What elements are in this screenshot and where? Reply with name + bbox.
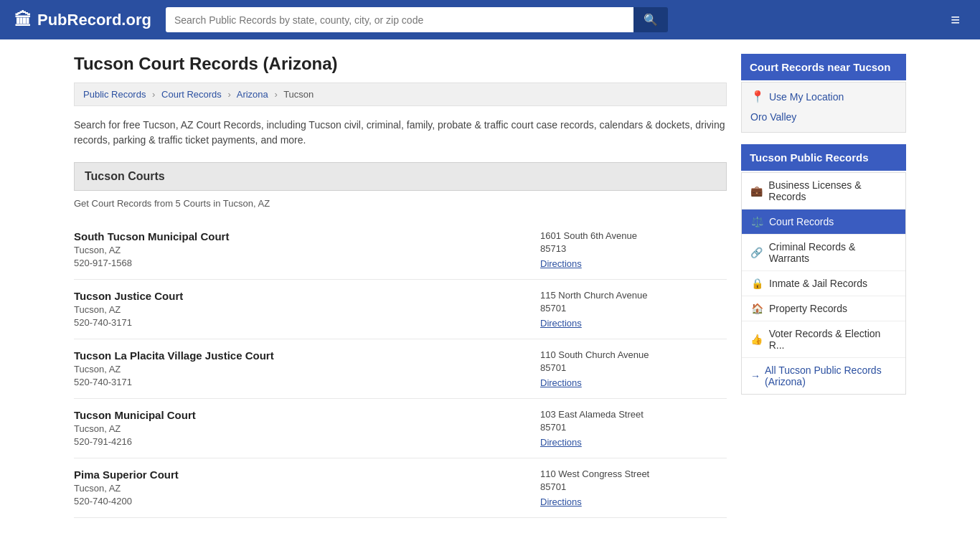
directions-link[interactable]: Directions: [540, 496, 582, 507]
breadcrumb-public-records[interactable]: Public Records: [83, 89, 146, 100]
sidebar-record-icon: 🔗: [750, 247, 763, 258]
court-address-col: 110 West Congress Street 85701 Direction…: [540, 468, 727, 507]
sidebar-record-item[interactable]: 🔒 Inmate & Jail Records: [742, 271, 905, 296]
search-input[interactable]: [166, 7, 633, 32]
court-phone: 520-791-4216: [74, 436, 526, 447]
menu-button[interactable]: ≡: [945, 8, 966, 32]
breadcrumb-sep-3: ›: [274, 89, 277, 100]
sidebar-record-label: Property Records: [769, 303, 847, 314]
location-icon: 📍: [750, 90, 765, 103]
breadcrumb-court-records[interactable]: Court Records: [161, 89, 222, 100]
sidebar-pub-records: 💼 Business Licenses & Records ⚖️ Court R…: [741, 172, 906, 395]
court-city: Tucson, AZ: [74, 423, 526, 434]
use-location-label: Use My Location: [769, 91, 844, 103]
court-phone: 520-740-3171: [74, 377, 526, 387]
directions-link[interactable]: Directions: [540, 377, 582, 388]
sidebar-nearby: 📍 Use My Location Oro Valley: [741, 82, 906, 133]
sidebar-pub-title: Tucson Public Records: [741, 144, 906, 171]
page-title: Tucson Court Records (Arizona): [74, 54, 727, 74]
court-name: Tucson La Placita Village Justice Court: [74, 349, 526, 362]
court-phone: 520-917-1568: [74, 258, 526, 268]
sidebar-record-item[interactable]: 💼 Business Licenses & Records: [742, 173, 905, 209]
sidebar-record-item[interactable]: 🏠 Property Records: [742, 296, 905, 321]
court-phone: 520-740-3171: [74, 317, 526, 328]
directions-link[interactable]: Directions: [540, 258, 582, 269]
sidebar-record-item[interactable]: 👍 Voter Records & Election R...: [742, 321, 905, 358]
court-address-col: 103 East Alameda Street 85701 Directions: [540, 409, 727, 448]
main-container: Tucson Court Records (Arizona) Public Re…: [60, 39, 920, 532]
court-entry: Tucson La Placita Village Justice Court …: [74, 339, 727, 399]
all-records-arrow: →: [750, 370, 760, 382]
all-records-label: All Tucson Public Records (Arizona): [765, 364, 897, 387]
search-bar: 🔍: [166, 7, 668, 32]
breadcrumb-sep-1: ›: [152, 89, 155, 100]
directions-link[interactable]: Directions: [540, 437, 582, 448]
sidebar: Court Records near Tucson 📍 Use My Locat…: [741, 54, 906, 518]
sidebar-record-label: Voter Records & Election R...: [769, 328, 897, 351]
search-button[interactable]: 🔍: [633, 7, 668, 32]
sidebar-record-item[interactable]: 🔗 Criminal Records & Warrants: [742, 235, 905, 271]
court-entry: South Tucson Municipal Court Tucson, AZ …: [74, 220, 727, 280]
menu-icon: ≡: [951, 11, 960, 29]
court-info: South Tucson Municipal Court Tucson, AZ …: [74, 230, 526, 269]
logo-icon: 🏛: [14, 10, 32, 30]
court-info: Tucson Justice Court Tucson, AZ 520-740-…: [74, 290, 526, 329]
court-city: Tucson, AZ: [74, 304, 526, 315]
logo-text: PubRecord.org: [37, 11, 151, 29]
sidebar-record-item[interactable]: ⚖️ Court Records: [742, 209, 905, 235]
sidebar-record-icon: 🔒: [750, 278, 763, 289]
breadcrumb: Public Records › Court Records › Arizona…: [74, 83, 727, 106]
court-name: South Tucson Municipal Court: [74, 230, 526, 242]
court-address: 110 West Congress Street: [540, 468, 727, 479]
sidebar-record-icon: 💼: [750, 185, 763, 197]
sidebar-nearby-title: Court Records near Tucson: [741, 54, 906, 80]
breadcrumb-sep-2: ›: [227, 89, 230, 100]
court-address-col: 110 South Church Avenue 85701 Directions: [540, 349, 727, 388]
sidebar-record-label: Business Licenses & Records: [768, 179, 897, 202]
court-city: Tucson, AZ: [74, 483, 526, 494]
court-entry: Tucson Municipal Court Tucson, AZ 520-79…: [74, 399, 727, 458]
sidebar-record-label: Court Records: [769, 216, 834, 227]
court-zip: 85701: [540, 303, 727, 314]
court-entry: Pima Superior Court Tucson, AZ 520-740-4…: [74, 458, 727, 518]
court-address: 103 East Alameda Street: [540, 409, 727, 420]
court-phone: 520-740-4200: [74, 496, 526, 507]
sidebar-record-icon: ⚖️: [750, 216, 763, 227]
courts-list: South Tucson Municipal Court Tucson, AZ …: [74, 220, 727, 518]
directions-link[interactable]: Directions: [540, 318, 582, 329]
court-zip: 85701: [540, 481, 727, 492]
court-address-col: 1601 South 6th Avenue 85713 Directions: [540, 230, 727, 269]
sidebar-record-icon: 👍: [750, 334, 763, 345]
court-zip: 85701: [540, 362, 727, 373]
court-name: Tucson Justice Court: [74, 290, 526, 302]
sidebar-record-label: Criminal Records & Warrants: [769, 241, 897, 264]
court-entry: Tucson Justice Court Tucson, AZ 520-740-…: [74, 280, 727, 339]
logo-link[interactable]: 🏛 PubRecord.org: [14, 10, 151, 30]
sidebar-record-label: Inmate & Jail Records: [769, 278, 867, 289]
court-address: 115 North Church Avenue: [540, 290, 727, 301]
court-name: Pima Superior Court: [74, 468, 526, 481]
court-info: Pima Superior Court Tucson, AZ 520-740-4…: [74, 468, 526, 507]
all-records-link[interactable]: → All Tucson Public Records (Arizona): [742, 358, 905, 394]
court-name: Tucson Municipal Court: [74, 409, 526, 421]
search-icon: 🔍: [644, 14, 658, 26]
courts-count: Get Court Records from 5 Courts in Tucso…: [74, 198, 727, 209]
nearby-city-oro-valley[interactable]: Oro Valley: [750, 109, 897, 125]
use-location-link[interactable]: 📍 Use My Location: [750, 90, 897, 103]
header: 🏛 PubRecord.org 🔍 ≡: [0, 0, 980, 39]
court-city: Tucson, AZ: [74, 364, 526, 375]
court-address-col: 115 North Church Avenue 85701 Directions: [540, 290, 727, 329]
sidebar-record-icon: 🏠: [750, 303, 763, 314]
breadcrumb-arizona[interactable]: Arizona: [237, 89, 268, 100]
content-area: Tucson Court Records (Arizona) Public Re…: [74, 54, 727, 518]
page-description: Search for free Tucson, AZ Court Records…: [74, 118, 727, 148]
court-info: Tucson La Placita Village Justice Court …: [74, 349, 526, 388]
court-city: Tucson, AZ: [74, 245, 526, 255]
court-info: Tucson Municipal Court Tucson, AZ 520-79…: [74, 409, 526, 448]
breadcrumb-current: Tucson: [283, 89, 314, 100]
court-zip: 85713: [540, 243, 727, 254]
court-address: 1601 South 6th Avenue: [540, 230, 727, 241]
court-address: 110 South Church Avenue: [540, 349, 727, 360]
section-header: Tucson Courts: [74, 162, 727, 191]
court-zip: 85701: [540, 422, 727, 433]
